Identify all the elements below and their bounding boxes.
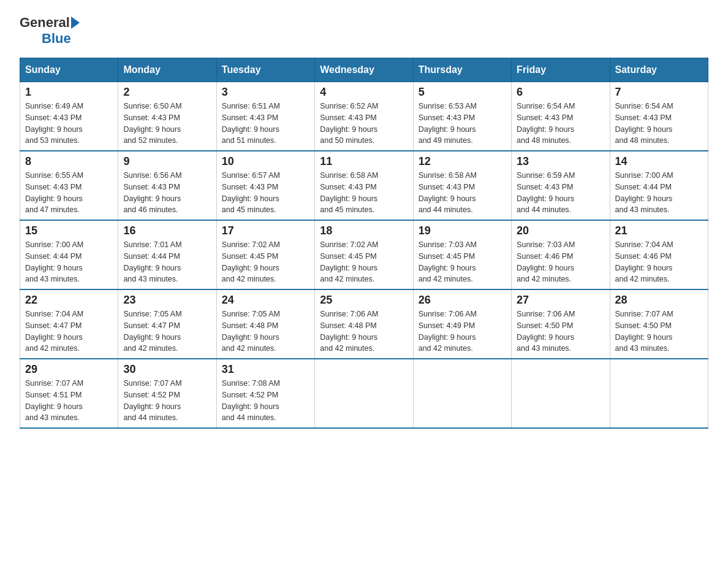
day-number: 17 xyxy=(222,224,309,237)
day-info: Sunrise: 6:50 AMSunset: 4:43 PMDaylight:… xyxy=(123,101,211,147)
calendar-cell: 31Sunrise: 7:08 AMSunset: 4:52 PMDayligh… xyxy=(216,359,314,428)
day-number: 3 xyxy=(222,86,309,99)
day-info: Sunrise: 7:03 AMSunset: 4:46 PMDaylight:… xyxy=(517,239,604,285)
weekday-header-row: SundayMondayTuesdayWednesdayThursdayFrid… xyxy=(20,58,708,82)
calendar-cell: 3Sunrise: 6:51 AMSunset: 4:43 PMDaylight… xyxy=(216,82,314,151)
day-number: 22 xyxy=(25,294,113,307)
calendar-cell xyxy=(512,359,610,428)
calendar-cell: 4Sunrise: 6:52 AMSunset: 4:43 PMDaylight… xyxy=(315,82,413,151)
calendar-cell: 23Sunrise: 7:05 AMSunset: 4:47 PMDayligh… xyxy=(118,289,216,359)
day-info: Sunrise: 6:51 AMSunset: 4:43 PMDaylight:… xyxy=(222,101,309,147)
calendar-cell xyxy=(315,359,413,428)
day-info: Sunrise: 6:55 AMSunset: 4:43 PMDaylight:… xyxy=(25,170,113,216)
calendar-cell: 21Sunrise: 7:04 AMSunset: 4:46 PMDayligh… xyxy=(610,220,708,289)
day-info: Sunrise: 6:59 AMSunset: 4:43 PMDaylight:… xyxy=(517,170,604,216)
day-info: Sunrise: 7:06 AMSunset: 4:48 PMDaylight:… xyxy=(320,308,408,354)
weekday-header-saturday: Saturday xyxy=(610,58,708,82)
day-number: 28 xyxy=(615,294,703,307)
day-number: 29 xyxy=(25,363,113,376)
day-number: 26 xyxy=(419,294,506,307)
calendar-cell xyxy=(610,359,708,428)
weekday-header-friday: Friday xyxy=(512,58,610,82)
calendar-cell: 27Sunrise: 7:06 AMSunset: 4:50 PMDayligh… xyxy=(512,289,610,359)
day-info: Sunrise: 6:54 AMSunset: 4:43 PMDaylight:… xyxy=(517,101,604,147)
day-number: 14 xyxy=(615,155,703,168)
day-number: 24 xyxy=(222,294,309,307)
calendar-cell: 9Sunrise: 6:56 AMSunset: 4:43 PMDaylight… xyxy=(118,151,216,220)
day-info: Sunrise: 7:08 AMSunset: 4:52 PMDaylight:… xyxy=(222,378,309,424)
day-number: 4 xyxy=(320,86,408,99)
calendar-cell: 10Sunrise: 6:57 AMSunset: 4:43 PMDayligh… xyxy=(216,151,314,220)
logo-blue-sub: Blue xyxy=(42,31,71,47)
day-info: Sunrise: 7:05 AMSunset: 4:48 PMDaylight:… xyxy=(222,308,309,354)
day-info: Sunrise: 7:05 AMSunset: 4:47 PMDaylight:… xyxy=(123,308,211,354)
weekday-header-thursday: Thursday xyxy=(413,58,511,82)
logo-general-text: General xyxy=(20,15,70,31)
calendar-cell: 24Sunrise: 7:05 AMSunset: 4:48 PMDayligh… xyxy=(216,289,314,359)
day-info: Sunrise: 7:03 AMSunset: 4:45 PMDaylight:… xyxy=(419,239,506,285)
day-info: Sunrise: 6:58 AMSunset: 4:43 PMDaylight:… xyxy=(320,170,408,216)
calendar-week-row: 8Sunrise: 6:55 AMSunset: 4:43 PMDaylight… xyxy=(20,151,708,220)
day-number: 12 xyxy=(419,155,506,168)
calendar-cell: 20Sunrise: 7:03 AMSunset: 4:46 PMDayligh… xyxy=(512,220,610,289)
logo-arrow-icon xyxy=(71,17,80,29)
day-info: Sunrise: 7:06 AMSunset: 4:50 PMDaylight:… xyxy=(517,308,604,354)
day-number: 11 xyxy=(320,155,408,168)
day-number: 2 xyxy=(123,86,211,99)
day-number: 21 xyxy=(615,224,703,237)
day-info: Sunrise: 6:54 AMSunset: 4:43 PMDaylight:… xyxy=(615,101,703,147)
day-number: 1 xyxy=(25,86,113,99)
day-number: 15 xyxy=(25,224,113,237)
calendar-cell: 7Sunrise: 6:54 AMSunset: 4:43 PMDaylight… xyxy=(610,82,708,151)
day-number: 9 xyxy=(123,155,211,168)
day-info: Sunrise: 7:00 AMSunset: 4:44 PMDaylight:… xyxy=(615,170,703,216)
calendar-cell: 11Sunrise: 6:58 AMSunset: 4:43 PMDayligh… xyxy=(315,151,413,220)
day-number: 8 xyxy=(25,155,113,168)
day-number: 13 xyxy=(517,155,604,168)
day-number: 19 xyxy=(419,224,506,237)
calendar-cell: 1Sunrise: 6:49 AMSunset: 4:43 PMDaylight… xyxy=(20,82,118,151)
day-number: 18 xyxy=(320,224,408,237)
calendar-cell: 30Sunrise: 7:07 AMSunset: 4:52 PMDayligh… xyxy=(118,359,216,428)
day-info: Sunrise: 7:02 AMSunset: 4:45 PMDaylight:… xyxy=(222,239,309,285)
calendar-week-row: 22Sunrise: 7:04 AMSunset: 4:47 PMDayligh… xyxy=(20,289,708,359)
day-info: Sunrise: 7:00 AMSunset: 4:44 PMDaylight:… xyxy=(25,239,113,285)
weekday-header-sunday: Sunday xyxy=(20,58,118,82)
day-info: Sunrise: 7:07 AMSunset: 4:52 PMDaylight:… xyxy=(123,378,211,424)
day-info: Sunrise: 7:07 AMSunset: 4:51 PMDaylight:… xyxy=(25,378,113,424)
day-info: Sunrise: 6:57 AMSunset: 4:43 PMDaylight:… xyxy=(222,170,309,216)
day-info: Sunrise: 6:52 AMSunset: 4:43 PMDaylight:… xyxy=(320,101,408,147)
calendar-cell: 18Sunrise: 7:02 AMSunset: 4:45 PMDayligh… xyxy=(315,220,413,289)
day-number: 30 xyxy=(123,363,211,376)
day-number: 23 xyxy=(123,294,211,307)
day-number: 6 xyxy=(517,86,604,99)
calendar-week-row: 15Sunrise: 7:00 AMSunset: 4:44 PMDayligh… xyxy=(20,220,708,289)
calendar-cell: 8Sunrise: 6:55 AMSunset: 4:43 PMDaylight… xyxy=(20,151,118,220)
day-info: Sunrise: 7:04 AMSunset: 4:46 PMDaylight:… xyxy=(615,239,703,285)
header: General Blue xyxy=(20,15,708,47)
day-number: 7 xyxy=(615,86,703,99)
day-number: 10 xyxy=(222,155,309,168)
day-info: Sunrise: 6:58 AMSunset: 4:43 PMDaylight:… xyxy=(419,170,506,216)
calendar-cell: 13Sunrise: 6:59 AMSunset: 4:43 PMDayligh… xyxy=(512,151,610,220)
calendar-cell: 19Sunrise: 7:03 AMSunset: 4:45 PMDayligh… xyxy=(413,220,511,289)
calendar-week-row: 1Sunrise: 6:49 AMSunset: 4:43 PMDaylight… xyxy=(20,82,708,151)
calendar-week-row: 29Sunrise: 7:07 AMSunset: 4:51 PMDayligh… xyxy=(20,359,708,428)
calendar-cell: 26Sunrise: 7:06 AMSunset: 4:49 PMDayligh… xyxy=(413,289,511,359)
calendar-cell: 28Sunrise: 7:07 AMSunset: 4:50 PMDayligh… xyxy=(610,289,708,359)
calendar-cell: 16Sunrise: 7:01 AMSunset: 4:44 PMDayligh… xyxy=(118,220,216,289)
day-info: Sunrise: 6:53 AMSunset: 4:43 PMDaylight:… xyxy=(419,101,506,147)
calendar-cell: 2Sunrise: 6:50 AMSunset: 4:43 PMDaylight… xyxy=(118,82,216,151)
day-number: 16 xyxy=(123,224,211,237)
day-number: 25 xyxy=(320,294,408,307)
day-info: Sunrise: 6:49 AMSunset: 4:43 PMDaylight:… xyxy=(25,101,113,147)
calendar-cell: 29Sunrise: 7:07 AMSunset: 4:51 PMDayligh… xyxy=(20,359,118,428)
day-info: Sunrise: 7:06 AMSunset: 4:49 PMDaylight:… xyxy=(419,308,506,354)
calendar-cell: 6Sunrise: 6:54 AMSunset: 4:43 PMDaylight… xyxy=(512,82,610,151)
day-info: Sunrise: 7:07 AMSunset: 4:50 PMDaylight:… xyxy=(615,308,703,354)
calendar-cell xyxy=(413,359,511,428)
calendar-table: SundayMondayTuesdayWednesdayThursdayFrid… xyxy=(20,58,708,429)
day-number: 5 xyxy=(419,86,506,99)
day-info: Sunrise: 6:56 AMSunset: 4:43 PMDaylight:… xyxy=(123,170,211,216)
day-number: 20 xyxy=(517,224,604,237)
